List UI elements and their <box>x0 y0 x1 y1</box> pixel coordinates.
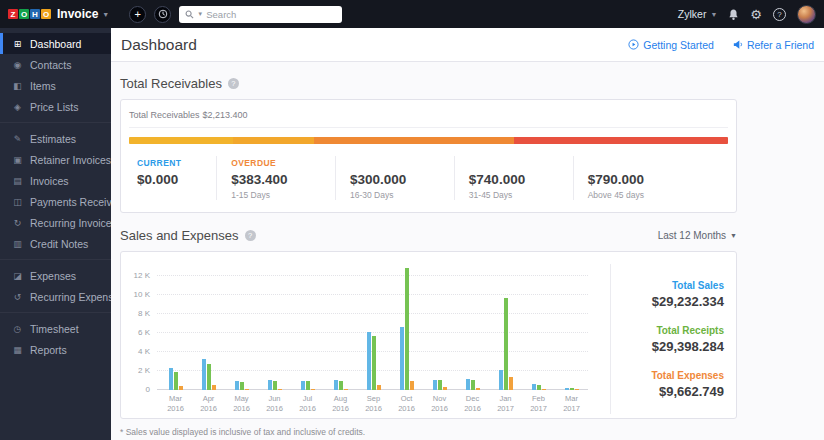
sidebar-item-recurring-invoices[interactable]: ↻Recurring Invoices <box>0 212 111 233</box>
receipts-bar <box>471 380 475 390</box>
info-icon[interactable]: ? <box>228 78 239 89</box>
sidebar-item-price-lists[interactable]: ◈Price Lists <box>0 96 111 117</box>
month-bars <box>169 368 183 390</box>
chart-month-group: Nov2016 <box>423 264 456 414</box>
gear-icon: ⚙ <box>750 7 762 22</box>
logo-letter: O <box>19 9 29 19</box>
chart-totals: Total Sales$29,232.334Total Receipts$29,… <box>610 264 736 414</box>
sidebar-item-timesheet[interactable]: ◷Timesheet <box>0 318 111 339</box>
chart-plot: Mar2016Apr2016May2016Jun2016Jul2016Aug20… <box>157 264 592 414</box>
recurring-invoices-icon: ↻ <box>12 218 23 228</box>
sidebar-item-items[interactable]: ◧Items <box>0 75 111 96</box>
aging-bar-segment <box>129 137 233 144</box>
sidebar-item-label: Credit Notes <box>30 238 88 250</box>
header-actions: Getting Started Refer a Friend <box>628 39 814 51</box>
receivables-card: Total Receivables$2,213.400 CURRENT$0.00… <box>120 99 737 213</box>
month-bars <box>565 388 579 390</box>
sidebar-item-estimates[interactable]: ✎Estimates <box>0 128 111 149</box>
sales-bar <box>466 379 470 390</box>
retainer-invoices-icon: ▣ <box>12 155 23 165</box>
expenses-bar <box>509 377 513 390</box>
sidebar-item-label: Items <box>30 80 56 92</box>
expenses-bar <box>575 389 579 390</box>
aging-status-label <box>588 158 720 169</box>
chart-month-group: Jul2016 <box>291 264 324 414</box>
x-tick-label: Jun2016 <box>266 394 283 414</box>
sidebar-item-invoices[interactable]: ▤Invoices <box>0 170 111 191</box>
help-button[interactable]: ? <box>773 8 786 21</box>
sidebar-item-retainer-invoices[interactable]: ▣Retainer Invoices <box>0 149 111 170</box>
month-bars <box>532 384 546 390</box>
org-menu[interactable]: Zylker ▼ <box>678 8 718 20</box>
sales-expenses-header: Sales and Expenses ? Last 12 Months ▼ <box>120 228 737 243</box>
expenses-bar <box>443 387 447 390</box>
sidebar-item-reports[interactable]: ▦Reports <box>0 339 111 360</box>
payments-received-icon: ◫ <box>12 197 23 207</box>
sidebar-item-label: Payments Received <box>30 196 111 208</box>
sidebar-item-contacts[interactable]: ◉Contacts <box>0 54 111 75</box>
sidebar-item-label: Price Lists <box>30 101 78 113</box>
sales-bar <box>235 381 239 390</box>
sidebar-item-payments-received[interactable]: ◫Payments Received <box>0 191 111 212</box>
getting-started-label: Getting Started <box>643 39 714 51</box>
sales-bar <box>565 388 569 390</box>
expenses-bar <box>410 381 414 390</box>
zoho-invoice-logo[interactable]: ZOHO Invoice ▼ <box>8 7 109 21</box>
chart-month-group: Sep2016 <box>357 264 390 414</box>
month-bars <box>466 379 480 390</box>
month-bars <box>400 268 414 390</box>
sidebar-item-label: Estimates <box>30 133 76 145</box>
y-tick-label: 6 K <box>138 328 150 337</box>
chart-month-group: Dec2016 <box>456 264 489 414</box>
getting-started-button[interactable]: Getting Started <box>628 39 714 51</box>
price-lists-icon: ◈ <box>12 102 23 112</box>
receipts-bar <box>537 385 541 390</box>
receipts-bar <box>372 336 376 390</box>
search-input[interactable] <box>206 9 336 20</box>
chart-month-group: Mar2017 <box>555 264 588 414</box>
receivables-columns: CURRENT$0.000OVERDUE$383.4001-15 Days$30… <box>129 156 728 200</box>
total-expenses: Total Expenses$9,662.749 <box>619 370 724 399</box>
recent-activity-button[interactable] <box>154 6 171 23</box>
total-sales-label: Total Sales <box>619 280 724 291</box>
receivables-summary-label: Total Receivables <box>129 110 200 120</box>
receivables-aging-bar <box>129 137 728 144</box>
y-tick-label: 10 K <box>134 290 150 299</box>
date-range-dropdown[interactable]: Last 12 Months ▼ <box>658 230 737 241</box>
receipts-bar <box>504 298 508 390</box>
receivables-column: OVERDUE$383.4001-15 Days <box>216 156 335 200</box>
aging-period-label: 31-45 Days <box>469 190 565 200</box>
bell-icon <box>728 8 739 21</box>
page-title: Dashboard <box>121 36 197 54</box>
x-tick-label: Mar2016 <box>167 394 184 414</box>
refer-a-friend-button[interactable]: Refer a Friend <box>732 39 814 51</box>
x-tick-label: Nov2016 <box>431 394 448 414</box>
sidebar-item-label: Timesheet <box>30 323 79 335</box>
receivables-column: $740.00031-45 Days <box>454 156 573 200</box>
chevron-down-icon: ▼ <box>710 11 717 18</box>
contacts-icon: ◉ <box>12 60 23 70</box>
sidebar-item-recurring-expenses[interactable]: ↺Recurring Expenses <box>0 286 111 307</box>
search-scope-caret-icon[interactable]: ▼ <box>197 11 203 17</box>
sidebar-item-label: Dashboard <box>30 38 81 50</box>
add-new-button[interactable]: + <box>129 6 146 23</box>
play-icon <box>628 39 639 50</box>
sidebar-item-dashboard[interactable]: ⊞Dashboard <box>0 33 111 54</box>
estimates-icon: ✎ <box>12 134 23 144</box>
x-tick-label: Jan2017 <box>497 394 514 414</box>
user-avatar[interactable] <box>797 5 816 24</box>
main-panel: Dashboard Getting Started Refer a Friend… <box>111 28 824 440</box>
info-icon[interactable]: ? <box>245 230 256 241</box>
sidebar-item-credit-notes[interactable]: ▥Credit Notes <box>0 233 111 254</box>
sidebar-item-expenses[interactable]: ◪Expenses <box>0 265 111 286</box>
notifications-button[interactable] <box>728 8 739 21</box>
search-box[interactable]: ▼ <box>179 6 342 23</box>
aging-amount: $0.000 <box>137 172 208 187</box>
items-icon: ◧ <box>12 81 23 91</box>
expenses-bar <box>179 386 183 390</box>
sidebar-item-label: Retainer Invoices <box>30 154 111 166</box>
sales-bar <box>367 332 371 390</box>
receivables-section-title: Total Receivables ? <box>120 76 737 91</box>
settings-button[interactable]: ⚙ <box>750 7 762 22</box>
logo-letter: H <box>30 9 40 19</box>
